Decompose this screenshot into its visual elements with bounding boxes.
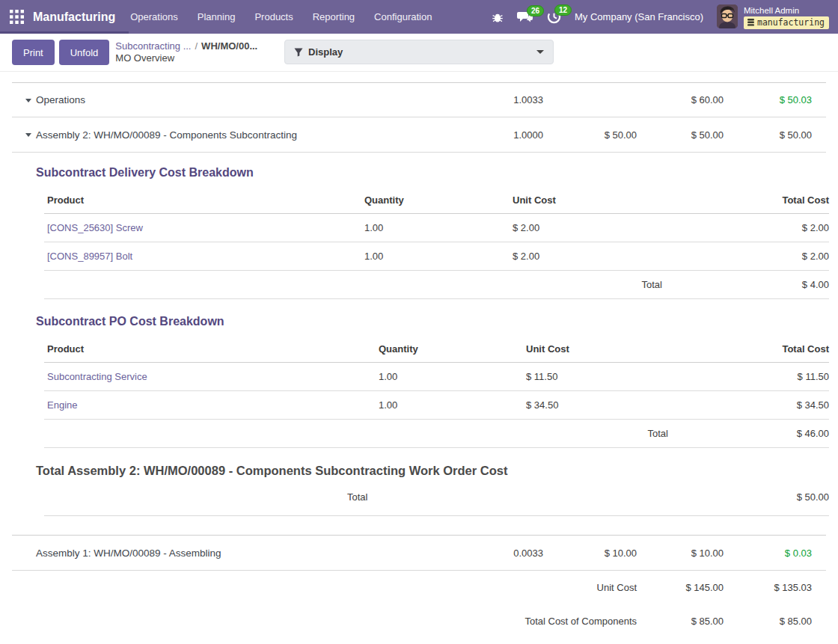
user-avatar <box>717 4 738 28</box>
menu-reporting[interactable]: Reporting <box>313 11 355 22</box>
menu-planning[interactable]: Planning <box>198 11 236 22</box>
cell-quantity: 1.00 <box>364 222 513 233</box>
cell-unit-cost: $ 2.00 <box>513 222 662 233</box>
table-total-row: Total $ 46.00 <box>44 420 829 448</box>
fold-caret-icon[interactable] <box>25 132 36 137</box>
summary-real-cost: $ 145.00 <box>637 582 724 593</box>
database-icon <box>747 19 754 27</box>
row-real-cost: $ 10.00 <box>637 548 724 559</box>
menu-products[interactable]: Products <box>254 11 293 22</box>
summary-value: $ 85.00 <box>724 616 826 627</box>
section-title: Subcontract Delivery Cost Breakdown <box>36 166 829 180</box>
fold-caret-icon[interactable] <box>25 98 36 102</box>
product-link[interactable]: [CONS_89957] Bolt <box>44 251 364 262</box>
col-header-quantity: Quantity <box>364 194 513 206</box>
table-row-assembly-2[interactable]: Assembly 2: WH/MO/00089 - Components Sub… <box>12 117 826 153</box>
app-name[interactable]: Manufacturing <box>33 10 115 24</box>
product-link[interactable]: Subcontracting Service <box>44 371 379 382</box>
row-value: $ 50.03 <box>724 94 826 105</box>
summary-real-cost: $ 85.00 <box>637 616 724 627</box>
summary-label: Unit Cost <box>12 582 637 593</box>
database-name: manufacturing <box>757 17 825 28</box>
activities-count-badge: 12 <box>554 4 572 16</box>
total-value: $ 46.00 <box>668 428 829 439</box>
cell-quantity: 1.00 <box>379 399 526 411</box>
row-label[interactable]: Assembly 2: WH/MO/00089 - Components Sub… <box>36 129 297 141</box>
row-real-cost: $ 50.00 <box>637 129 724 141</box>
user-menu[interactable]: Mitchell Admin manufacturing <box>717 4 829 29</box>
cell-unit-cost: $ 2.00 <box>513 251 662 262</box>
summary-row-unit-cost: Unit Cost $ 145.00 $ 135.03 <box>12 571 826 604</box>
work-order-cost-section: Total Assembly 2: WH/MO/00089 - Componen… <box>36 464 829 516</box>
table-row: Subcontracting Service 1.00 $ 11.50 $ 11… <box>44 363 829 391</box>
summary-label: Total Cost of Components <box>12 616 637 627</box>
mo-overview-table: Operations 1.0033 $ 60.00 $ 50.03 Assemb… <box>12 82 826 153</box>
row-value: $ 0.03 <box>724 548 826 559</box>
section-title: Subcontract PO Cost Breakdown <box>36 315 829 328</box>
breadcrumb-current[interactable]: WH/MO/00... <box>201 40 257 52</box>
unfold-button[interactable]: Unfold <box>59 40 110 65</box>
work-order-total-row: Total $ 50.00 <box>44 478 829 516</box>
row-unit-cost: $ 10.00 <box>543 548 637 559</box>
table-row-assembly-1[interactable]: Assembly 1: WH/MO/00089 - Assembling 0.0… <box>12 535 826 571</box>
total-value: $ 4.00 <box>662 279 829 290</box>
row-label[interactable]: Operations <box>36 94 85 105</box>
po-breakdown-table: Product Quantity Unit Cost Total Cost Su… <box>44 336 829 448</box>
col-header-total-cost: Total Cost <box>668 343 829 355</box>
top-menu: Operations Planning Products Reporting C… <box>130 11 432 22</box>
work-order-cost-title: Total Assembly 2: WH/MO/00089 - Componen… <box>36 464 829 478</box>
col-header-product: Product <box>44 194 364 206</box>
col-header-unit-cost: Unit Cost <box>513 194 662 206</box>
activities-clock-icon[interactable]: 12 <box>547 10 561 24</box>
row-real-cost: $ 60.00 <box>637 94 724 105</box>
col-header-unit-cost: Unit Cost <box>526 343 668 355</box>
user-info: Mitchell Admin manufacturing <box>744 4 829 29</box>
menu-operations[interactable]: Operations <box>130 11 178 22</box>
cell-unit-cost: $ 34.50 <box>526 399 668 411</box>
navbar-right: 26 12 My Company (San Francisco) <box>492 4 829 29</box>
cell-total-cost: $ 2.00 <box>662 251 829 262</box>
debug-bug-icon[interactable] <box>492 11 504 23</box>
apps-grid-icon-glyph <box>10 10 24 24</box>
product-link[interactable]: [CONS_25630] Screw <box>44 222 364 233</box>
caret-spacer <box>25 553 36 553</box>
total-label: Total <box>513 279 662 290</box>
company-switcher[interactable]: My Company (San Francisco) <box>575 11 703 22</box>
top-navbar: Manufacturing Operations Planning Produc… <box>0 0 838 34</box>
display-filter-label: Display <box>308 46 343 58</box>
control-bar: Print Unfold Subcontracting .../WH/MO/00… <box>0 34 838 72</box>
row-quantity: 0.0033 <box>446 548 543 559</box>
product-link[interactable]: Engine <box>44 399 379 411</box>
breadcrumb-parent-link[interactable]: Subcontracting ... <box>115 40 191 52</box>
funnel-filter-icon <box>294 48 303 57</box>
table-row: Engine 1.00 $ 34.50 $ 34.50 <box>44 391 829 420</box>
database-badge: manufacturing <box>744 16 829 29</box>
print-button[interactable]: Print <box>12 40 55 65</box>
table-row: [CONS_25630] Screw 1.00 $ 2.00 $ 2.00 <box>44 214 829 242</box>
total-value: $ 50.00 <box>797 491 829 503</box>
table-header-row: Product Quantity Unit Cost Total Cost <box>44 187 829 214</box>
user-name: Mitchell Admin <box>744 6 799 16</box>
col-header-total-cost: Total Cost <box>662 194 829 206</box>
breadcrumb: Subcontracting .../WH/MO/00... MO Overvi… <box>115 40 257 64</box>
delivery-breakdown-section: Subcontract Delivery Cost Breakdown Prod… <box>36 166 829 299</box>
cell-quantity: 1.00 <box>364 251 513 262</box>
row-quantity: 1.0000 <box>446 129 543 141</box>
cell-quantity: 1.00 <box>379 371 526 382</box>
col-header-quantity: Quantity <box>379 343 526 355</box>
table-header-row: Product Quantity Unit Cost Total Cost <box>44 336 829 363</box>
summary-value: $ 135.03 <box>724 582 826 593</box>
cell-total-cost: $ 2.00 <box>662 222 829 233</box>
avatar-image <box>717 4 738 28</box>
apps-grid-icon[interactable] <box>0 0 33 34</box>
total-label: Total <box>526 428 668 439</box>
messages-icon[interactable]: 26 <box>517 10 533 24</box>
breadcrumb-separator: / <box>195 40 198 52</box>
table-row-operations[interactable]: Operations 1.0033 $ 60.00 $ 50.03 <box>12 82 826 117</box>
table-row: [CONS_89957] Bolt 1.00 $ 2.00 $ 2.00 <box>44 242 829 271</box>
summary-row-total-components: Total Cost of Components $ 85.00 $ 85.00 <box>12 604 826 638</box>
po-breakdown-section: Subcontract PO Cost Breakdown Product Qu… <box>36 315 829 448</box>
display-filter-dropdown[interactable]: Display <box>284 40 554 64</box>
row-label[interactable]: Assembly 1: WH/MO/00089 - Assembling <box>36 548 221 559</box>
menu-configuration[interactable]: Configuration <box>374 11 432 22</box>
